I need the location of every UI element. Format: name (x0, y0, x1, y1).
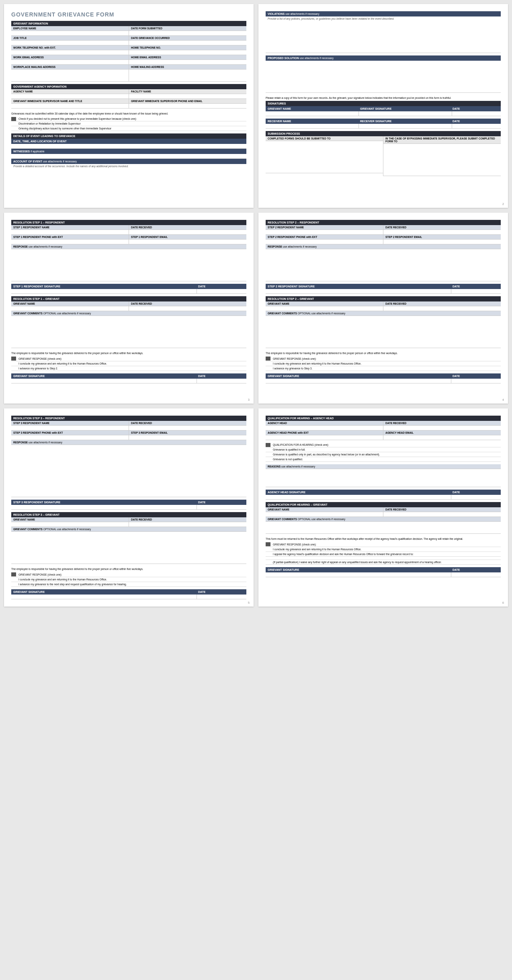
check-option[interactable]: Discrimination or Retaliation by Immedia… (11, 121, 246, 126)
check-option[interactable]: I conclude my grievance and am returning… (266, 547, 501, 552)
input[interactable] (197, 505, 246, 510)
input[interactable] (266, 21, 501, 53)
check-option[interactable]: I advance my grievance to the next step … (11, 582, 246, 587)
checkbox[interactable] (266, 443, 270, 447)
input[interactable] (11, 31, 129, 36)
input[interactable] (383, 435, 501, 440)
input[interactable] (266, 111, 359, 116)
input[interactable] (129, 104, 246, 109)
input[interactable] (359, 111, 452, 116)
input[interactable] (11, 60, 129, 65)
input[interactable] (11, 168, 246, 201)
check-option[interactable]: I conclude my grievance and am returning… (11, 361, 246, 366)
input[interactable] (129, 31, 246, 36)
input[interactable] (266, 572, 451, 577)
input[interactable] (266, 512, 383, 517)
input[interactable] (11, 249, 246, 281)
input[interactable] (451, 379, 501, 383)
input[interactable] (197, 379, 246, 383)
input[interactable] (452, 111, 501, 116)
input[interactable] (266, 141, 383, 173)
check-option[interactable]: Grieving disciplinary action issued by s… (11, 126, 246, 131)
input[interactable] (11, 522, 129, 527)
input[interactable] (129, 70, 246, 82)
input[interactable] (129, 60, 246, 65)
input[interactable] (11, 435, 129, 440)
section: QUALIFICATION FOR HEARING – AGENCY HEAD (266, 416, 501, 421)
input[interactable] (11, 94, 129, 99)
input[interactable] (11, 426, 129, 431)
input[interactable] (452, 124, 501, 129)
input[interactable] (11, 306, 129, 311)
input[interactable] (11, 445, 246, 497)
input[interactable] (129, 426, 246, 431)
input[interactable] (129, 306, 246, 311)
checkbox[interactable] (266, 542, 270, 546)
check-option[interactable]: I conclude my grievance and am returning… (266, 361, 501, 366)
input[interactable] (11, 50, 129, 55)
check-option[interactable]: I appeal the agency head's qualification… (266, 552, 501, 557)
check-option[interactable]: I advance my grievance to Step 3. (266, 366, 501, 371)
input[interactable] (266, 289, 451, 294)
input[interactable] (266, 240, 383, 244)
input[interactable] (11, 532, 246, 564)
input[interactable] (451, 289, 501, 294)
checkbox[interactable] (11, 572, 16, 576)
input[interactable] (11, 104, 129, 109)
input[interactable] (266, 495, 451, 500)
input[interactable] (383, 240, 501, 244)
input[interactable] (266, 426, 383, 431)
input[interactable] (266, 61, 501, 93)
checkbox[interactable] (11, 117, 16, 121)
input[interactable] (197, 595, 246, 599)
check-option[interactable]: Grievance is not qualified. (266, 457, 501, 462)
input[interactable] (359, 124, 452, 129)
input[interactable] (11, 154, 246, 159)
col: GRIEVANT SIGNATURE (13, 590, 198, 593)
input[interactable] (197, 289, 246, 294)
input[interactable] (129, 94, 246, 99)
checkbox[interactable] (266, 357, 270, 361)
section: RESOLUTION STEP 1 – RESPONDENT (11, 220, 246, 225)
input[interactable] (11, 505, 197, 510)
input[interactable] (266, 522, 501, 534)
input[interactable] (129, 522, 246, 527)
input[interactable] (383, 144, 501, 176)
input[interactable] (129, 230, 246, 235)
check-option[interactable]: I conclude my grievance and am returning… (11, 577, 246, 582)
input[interactable] (383, 230, 501, 235)
check-option[interactable]: Grievance is qualified in full. (266, 447, 501, 452)
input[interactable] (129, 50, 246, 55)
input[interactable] (266, 249, 501, 281)
input[interactable] (451, 495, 501, 500)
input[interactable] (11, 289, 197, 294)
checkbox[interactable] (11, 357, 16, 361)
input[interactable] (266, 124, 359, 129)
input[interactable] (451, 572, 501, 577)
check-option[interactable]: (If partial qualification) I waive any f… (266, 560, 501, 565)
input[interactable] (266, 379, 451, 383)
input[interactable] (266, 435, 383, 440)
input[interactable] (11, 144, 246, 149)
input[interactable] (11, 595, 197, 599)
input[interactable] (11, 41, 129, 45)
input[interactable] (11, 230, 129, 235)
input[interactable] (129, 240, 246, 244)
input[interactable] (11, 316, 246, 348)
input[interactable] (129, 41, 246, 45)
input[interactable] (129, 435, 246, 440)
input[interactable] (383, 426, 501, 431)
input[interactable] (266, 306, 383, 311)
input[interactable] (11, 70, 129, 82)
input[interactable] (266, 230, 383, 235)
check-option[interactable]: I advance my grievance to Step 2. (11, 366, 246, 371)
label: RESPONSE use attachments if necessary (266, 244, 501, 249)
check-option[interactable]: Grievance is qualified only in part, as … (266, 452, 501, 457)
input[interactable] (383, 512, 501, 517)
input[interactable] (266, 316, 501, 348)
input[interactable] (383, 306, 501, 311)
input[interactable] (266, 469, 501, 487)
input[interactable] (11, 379, 197, 383)
input[interactable] (11, 240, 129, 244)
col: DATE (453, 375, 499, 377)
